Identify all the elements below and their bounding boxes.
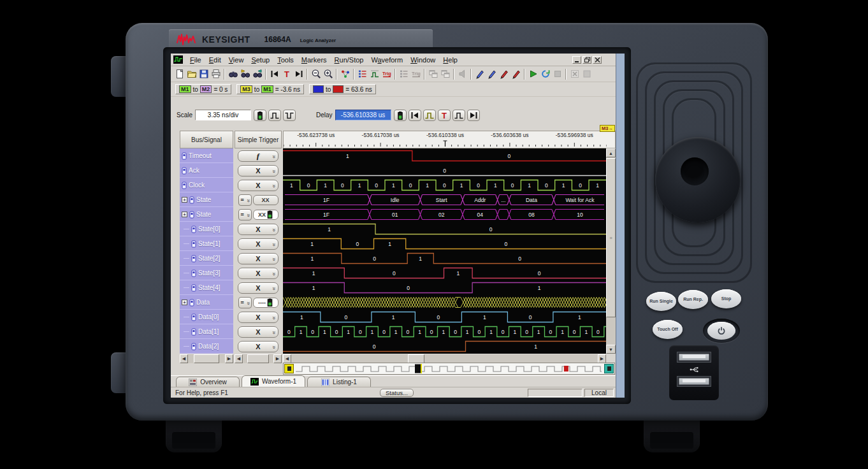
expand-icon[interactable]: + bbox=[182, 299, 187, 305]
waveform-row-state[interactable]: 1FIdleStartAddr...DataWait for Ack bbox=[283, 192, 606, 207]
vertical-scrollbar[interactable]: ▲ ≡ ▼ bbox=[606, 148, 616, 354]
trigger-button[interactable]: X» bbox=[238, 268, 278, 279]
go-begin-marker-button[interactable] bbox=[284, 364, 294, 373]
bus-signal-row-state2[interactable]: State[2] bbox=[180, 251, 233, 266]
waveform-row-state2[interactable]: 1010 bbox=[283, 251, 606, 266]
place-marker-m2-icon[interactable] bbox=[486, 68, 498, 80]
trigger-button[interactable]: X» bbox=[238, 341, 278, 352]
menu-view[interactable]: View bbox=[225, 55, 248, 64]
go-end-marker-button[interactable] bbox=[604, 364, 614, 373]
find-backward-icon[interactable] bbox=[251, 68, 263, 80]
menu-edit[interactable]: Edit bbox=[205, 55, 225, 64]
trigger-button[interactable]: X» bbox=[238, 224, 278, 235]
scroll-left-button[interactable]: ◀ bbox=[180, 354, 188, 363]
menu-markers[interactable]: Markers bbox=[298, 55, 331, 64]
waveform-scrollbar[interactable]: ◀ ▶ bbox=[283, 354, 606, 363]
close-button[interactable] bbox=[593, 56, 602, 64]
bus-signal-row-data0[interactable]: Data[0] bbox=[180, 310, 233, 324]
delay-presets-button[interactable] bbox=[394, 110, 407, 121]
place-marker-m4-icon[interactable] bbox=[510, 68, 522, 80]
menu-window[interactable]: Window bbox=[407, 55, 439, 64]
save-file-icon[interactable] bbox=[198, 68, 210, 80]
scroll-thumb[interactable] bbox=[194, 354, 219, 363]
waveform-row-state0[interactable]: 10 bbox=[283, 222, 606, 236]
marker-chip-m3[interactable]: M3 bbox=[240, 85, 252, 93]
new-file-icon[interactable] bbox=[173, 68, 185, 80]
bus-signal-row-state[interactable]: +State bbox=[180, 207, 233, 222]
power-button[interactable] bbox=[707, 322, 735, 340]
menu-waveform[interactable]: Waveform bbox=[367, 55, 407, 64]
scale-zoom-out-pulse-button[interactable] bbox=[283, 110, 296, 121]
trigger-button[interactable]: X» bbox=[238, 238, 278, 250]
go-to-start-icon[interactable] bbox=[268, 68, 280, 80]
trigger-button[interactable]: ƒ» bbox=[238, 150, 278, 162]
waveform-row-clock[interactable]: 1010101010101010101 bbox=[283, 178, 606, 192]
scroll-right-button[interactable]: ▶ bbox=[225, 354, 233, 363]
waveform-display[interactable]: 10010101010101010101011FIdleStartAddr...… bbox=[283, 148, 606, 354]
run-single-button[interactable]: Run Single bbox=[646, 292, 676, 311]
waveform-row-timeout[interactable]: 10 bbox=[283, 148, 606, 163]
trigger-value-field[interactable]: XX bbox=[253, 195, 278, 205]
scale-zoom-in-pulse-button[interactable] bbox=[268, 110, 281, 121]
menu-runstop[interactable]: Run/Stop bbox=[331, 55, 368, 64]
trigger-operator-button[interactable]: =» bbox=[238, 209, 252, 220]
scroll-right-button[interactable]: ▶ bbox=[598, 354, 606, 363]
place-marker-m3-icon[interactable] bbox=[498, 68, 510, 80]
bus-signal-row-data1[interactable]: Data[1] bbox=[180, 324, 233, 339]
find-icon[interactable] bbox=[227, 68, 239, 80]
delay-next-edge-button[interactable] bbox=[452, 110, 465, 121]
waveform-row-data[interactable] bbox=[283, 295, 606, 310]
menu-help[interactable]: Help bbox=[439, 55, 461, 64]
trigger-button[interactable]: X» bbox=[238, 326, 278, 338]
bus-signal-row-ack[interactable]: Ack bbox=[180, 163, 233, 178]
waveform-row-state[interactable]: 1F0102040810 bbox=[283, 207, 606, 222]
marker-chip-blue[interactable] bbox=[313, 85, 324, 93]
delay-go-trigger-button[interactable]: T bbox=[438, 110, 451, 121]
delay-go-start-button[interactable] bbox=[409, 110, 421, 121]
tab-listing1[interactable]: Listing-1 bbox=[307, 377, 371, 387]
trigger-button[interactable]: X» bbox=[238, 253, 278, 264]
go-to-end-icon[interactable] bbox=[293, 68, 305, 80]
touch-off-button[interactable]: Touch Off bbox=[653, 320, 683, 339]
trigger-value-field[interactable]: XX bbox=[253, 210, 278, 220]
acquisition-overview-strip[interactable] bbox=[283, 363, 615, 375]
expand-icon[interactable]: + bbox=[182, 197, 187, 203]
bus-signal-row-state[interactable]: +State bbox=[180, 192, 233, 207]
marker-chip-m1[interactable]: M1 bbox=[261, 85, 273, 93]
scroll-up-button[interactable]: ▲ bbox=[606, 148, 616, 157]
go-to-trigger-icon[interactable]: T bbox=[280, 68, 293, 80]
bus-signal-setup-icon[interactable] bbox=[356, 68, 368, 80]
restore-button[interactable] bbox=[582, 56, 591, 64]
delay-go-end-button[interactable] bbox=[467, 110, 480, 121]
menu-file[interactable]: File bbox=[186, 55, 205, 64]
place-marker-m1-icon[interactable] bbox=[474, 68, 486, 80]
trigger-value-field[interactable]: ---- bbox=[253, 298, 278, 308]
sampling-setup-icon[interactable] bbox=[368, 68, 380, 80]
bus-signal-row-state3[interactable]: State[3] bbox=[180, 266, 233, 280]
bus-signal-row-state4[interactable]: State[4] bbox=[180, 280, 233, 295]
trigger-button[interactable]: X» bbox=[238, 282, 278, 294]
delay-input[interactable]: -536.610338 us bbox=[335, 110, 391, 120]
tab-waveform1[interactable]: Waveform-1 bbox=[242, 375, 305, 387]
run-repetitive-button[interactable]: Run Rep. bbox=[678, 290, 708, 309]
waveform-row-state3[interactable]: 1010 bbox=[283, 266, 606, 280]
scale-input[interactable]: 3.35 ns/div bbox=[195, 110, 251, 120]
trigger-column-scrollbar[interactable]: ◀ ▶ bbox=[235, 354, 282, 363]
trigger-operator-button[interactable]: =» bbox=[238, 297, 252, 308]
bus-signal-row-clock[interactable]: Clock bbox=[180, 178, 233, 192]
open-file-icon[interactable] bbox=[185, 68, 198, 80]
bus-signal-row-timeout[interactable]: Timeout bbox=[180, 148, 233, 163]
scale-presets-button[interactable] bbox=[254, 110, 266, 121]
print-icon[interactable] bbox=[210, 68, 222, 80]
scroll-left-button[interactable]: ◀ bbox=[283, 354, 291, 363]
scroll-right-button[interactable]: ▶ bbox=[273, 354, 282, 363]
waveform-row-state1[interactable]: 1010 bbox=[283, 236, 606, 251]
bus-signal-row-data[interactable]: +Data bbox=[180, 295, 233, 310]
marker-chip-red[interactable] bbox=[333, 85, 344, 93]
stop-button[interactable]: Stop bbox=[711, 289, 741, 308]
marker-chip-m1[interactable]: M1 bbox=[179, 85, 191, 93]
expand-icon[interactable]: + bbox=[182, 212, 187, 217]
menu-tools[interactable]: Tools bbox=[273, 55, 298, 64]
trigger-setup-icon[interactable]: Trig bbox=[380, 68, 393, 80]
bus-column-scrollbar[interactable]: ◀ ▶ bbox=[180, 354, 233, 363]
